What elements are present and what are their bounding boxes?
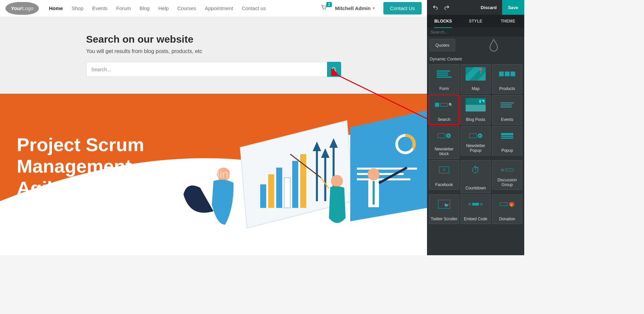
user-menu[interactable]: Mitchell Admin ▼ [335, 5, 375, 11]
nav-contact-us[interactable]: Contact us [238, 3, 269, 14]
block-search[interactable]: 🔍Search [429, 95, 459, 125]
tab-theme[interactable]: THEME [492, 15, 524, 28]
svg-point-1 [325, 9, 326, 10]
block-label: Discussion Group [494, 178, 521, 187]
svg-point-2 [332, 68, 335, 71]
search-input[interactable] [86, 62, 327, 77]
nav-shop[interactable]: Shop [68, 3, 87, 14]
search-block: Search on our website You will get resul… [0, 17, 427, 94]
undo-button[interactable] [430, 2, 441, 13]
banner-heading: Project ScrumManagementAgile [17, 134, 144, 199]
block-preview-icon: 📍 [466, 67, 486, 81]
cart-button[interactable]: 2 [321, 5, 327, 12]
block-preview-icon: ✉ [497, 163, 517, 177]
droplet-icon [489, 39, 499, 52]
tab-blocks[interactable]: BLOCKS [427, 15, 460, 28]
block-label: Popup [501, 148, 513, 153]
discard-button[interactable]: Discard [475, 0, 502, 15]
redo-icon [444, 5, 449, 10]
svg-point-0 [323, 9, 323, 10]
block-donation[interactable]: 🎁Donation [492, 194, 522, 224]
svg-point-23 [331, 175, 343, 187]
block-countdown[interactable]: ⏱Countdown [461, 160, 491, 193]
nav-appointment[interactable]: Appointment [202, 3, 236, 14]
block-preview-icon: 🐦 [434, 197, 454, 211]
logo-text-main: Your [11, 5, 22, 11]
block-preview-icon [497, 98, 517, 111]
logo-text-sub: Logo [22, 5, 33, 11]
editor-sidepanel: Discard Save BLOCKSSTYLETHEME Quotes Dyn… [427, 0, 524, 255]
nav-courses[interactable]: Courses [174, 3, 200, 14]
block-form[interactable]: Form [429, 64, 459, 94]
hero-banner: Project ScrumManagementAgile Heading [0, 94, 427, 255]
block-preview-icon: ⏱ [466, 163, 486, 177]
block-twitter-scroller[interactable]: 🐦Twitter Scroller [429, 194, 459, 224]
nav-events[interactable]: Events [89, 3, 111, 14]
chevron-down-icon: ▼ [372, 6, 375, 10]
block-search-input[interactable] [430, 30, 521, 35]
primary-nav: HomeShopEventsForumBlogHelpCoursesAppoin… [46, 3, 269, 14]
search-subtitle: You will get results from blog posts, pr… [86, 48, 341, 54]
block-label: Twitter Scroller [431, 217, 457, 222]
svg-line-3 [335, 70, 336, 72]
block-label: Blog Posts [466, 118, 485, 122]
block-preview-icon: + [434, 129, 454, 142]
svg-rect-6 [268, 174, 274, 208]
nav-forum[interactable]: Forum [113, 3, 134, 14]
blocks-scroll[interactable]: Quotes Dynamic Content Form📍MapProducts🔍… [427, 37, 524, 255]
editor-topbar: Discard Save [427, 0, 524, 15]
nav-blog[interactable]: Blog [136, 3, 153, 14]
save-button[interactable]: Save [502, 0, 524, 15]
editor-tabs: BLOCKSSTYLETHEME [427, 15, 524, 28]
block-label: Facebook [435, 183, 453, 187]
block-discussion-group[interactable]: ✉Discussion Group [492, 160, 522, 190]
block-newsletter-block[interactable]: +Newsletter block [429, 126, 459, 159]
svg-marker-17 [350, 110, 427, 221]
nav-home[interactable]: Home [46, 3, 66, 14]
cart-icon [321, 5, 327, 10]
block-label: Newsletter Popup [462, 144, 489, 153]
site-logo[interactable]: YourLogo [5, 2, 39, 15]
block-label: Map [472, 87, 479, 91]
search-submit-button[interactable] [327, 62, 341, 77]
block-facebook[interactable]: fFacebook [429, 160, 459, 190]
svg-rect-7 [276, 168, 282, 208]
block-popup[interactable]: Popup [492, 126, 522, 155]
block-newsletter-popup[interactable]: +Newsletter Popup [461, 126, 491, 155]
block-quotes[interactable]: Quotes [430, 39, 455, 51]
svg-rect-8 [284, 178, 290, 208]
block-preview-icon: ▮◥ [466, 98, 486, 111]
block-preview-icon [497, 67, 517, 81]
block-preview-icon: f [434, 163, 454, 177]
svg-point-25 [368, 168, 380, 180]
block-events[interactable]: Events [492, 95, 522, 125]
block-label: Search [438, 118, 450, 122]
block-label: Embed Code [464, 217, 487, 222]
banner-placeholder-text: Heading [192, 168, 235, 181]
website-canvas: YourLogo HomeShopEventsForumBlogHelpCour… [0, 0, 427, 255]
user-name: Mitchell Admin [335, 5, 371, 11]
block-preview-icon [434, 67, 454, 81]
block-embed-code[interactable]: <>Embed Code [461, 194, 491, 224]
block-preview-icon: + [466, 129, 486, 142]
search-icon [331, 67, 337, 72]
block-label: Events [501, 118, 514, 122]
svg-rect-5 [260, 184, 266, 208]
nav-help[interactable]: Help [155, 3, 172, 14]
block-label: Countdown [466, 186, 486, 191]
svg-rect-9 [292, 161, 298, 208]
redo-button[interactable] [441, 2, 452, 13]
search-title: Search on our website [86, 34, 341, 45]
block-products[interactable]: Products [492, 64, 522, 94]
block-preview-icon [497, 129, 517, 142]
block-blog-posts[interactable]: ▮◥Blog Posts [461, 95, 491, 125]
block-preview-icon: <> [466, 197, 486, 211]
contact-us-button[interactable]: Contact Us [383, 2, 422, 14]
block-label: Donation [499, 217, 515, 222]
undo-icon [433, 5, 438, 10]
tab-style[interactable]: STYLE [460, 15, 492, 28]
block-group-label: Dynamic Content [430, 57, 522, 61]
topbar: YourLogo HomeShopEventsForumBlogHelpCour… [0, 0, 427, 17]
block-map[interactable]: 📍Map [461, 64, 491, 94]
block-label: Form [439, 87, 449, 91]
